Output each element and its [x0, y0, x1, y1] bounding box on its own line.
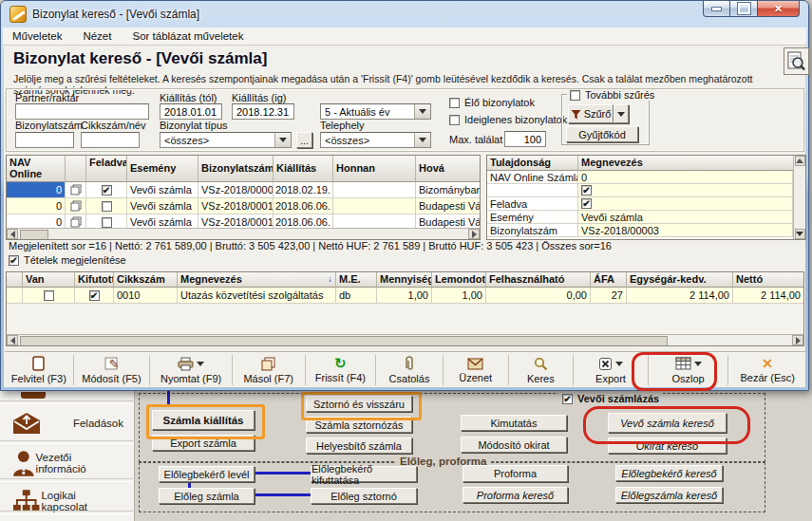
- export-button[interactable]: Export: [574, 352, 648, 388]
- property-grid[interactable]: Tulajdonság Megnevezés NAV Online Számla…: [486, 155, 806, 240]
- results-grid-hscrollbar[interactable]: [7, 228, 480, 239]
- property-grid-vscrollbar[interactable]: [793, 156, 805, 239]
- eloleg-szamla-button[interactable]: Előleg számla: [159, 488, 255, 504]
- doctype-select[interactable]: <összes>: [160, 132, 292, 148]
- scroll-left-button[interactable]: [7, 335, 18, 345]
- szuro-dropdown-button[interactable]: [614, 104, 629, 123]
- oszlop-button[interactable]: Oszlop: [649, 352, 728, 388]
- checkbox[interactable]: ✔: [9, 255, 19, 266]
- sidebar-item-feladasok[interactable]: Feladások: [0, 404, 133, 442]
- checkbox[interactable]: [449, 98, 460, 108]
- live-docs-checkbox[interactable]: Élő bizonylatok: [449, 97, 535, 108]
- scroll-down-button[interactable]: [795, 229, 805, 239]
- col-header-honnan[interactable]: Honnan: [333, 156, 416, 182]
- col-header-hova[interactable]: Hová: [416, 156, 480, 182]
- property-row[interactable]: Bizonylatszám VSz-2018/00003: [487, 224, 805, 237]
- results-grid[interactable]: NAV Online Számla Feladva Esemény Bizony…: [6, 155, 481, 240]
- tetelek-checkbox[interactable]: ✔ Tételek megjelenítése: [9, 254, 126, 266]
- vevoi-szamlazas-checkbox[interactable]: ✔ Vevői számlázás: [558, 391, 663, 406]
- docnum-input[interactable]: [15, 132, 74, 148]
- dropdown-button[interactable]: [414, 133, 430, 147]
- checkbox[interactable]: [44, 290, 54, 301]
- more-filter-checkbox[interactable]: További szűrés: [567, 89, 657, 101]
- col-header-van-forras[interactable]: Van forrás: [23, 272, 75, 288]
- elolegbekero-level-button[interactable]: Előlegbekérő levél: [159, 466, 255, 482]
- cell-feladva[interactable]: [86, 198, 127, 214]
- site-select[interactable]: <összes>: [320, 132, 431, 148]
- sidebar-item-logikai-kapcsolat[interactable]: Logikai kapcsolat: [0, 482, 133, 520]
- elolegbekero-kereso-button[interactable]: Előlegbekérő kereső: [615, 465, 723, 481]
- keres-button[interactable]: Keres: [509, 352, 574, 388]
- elolegszamla-kereso-button[interactable]: Előlegszámla kereső: [615, 487, 723, 503]
- table-row[interactable]: 0 ✔ Vevői számla VSz-2018/00003 2018.02.…: [7, 182, 480, 198]
- szuro-button[interactable]: Szűrő: [568, 104, 614, 123]
- cell-kifutott[interactable]: ✔: [75, 288, 114, 304]
- col-header-felhasznalhato[interactable]: Felhasználható: [486, 272, 591, 288]
- masol-button[interactable]: Másol (F7): [233, 352, 305, 388]
- cell-copy[interactable]: [66, 182, 86, 198]
- property-row[interactable]: Feladva ✔: [487, 197, 805, 211]
- szamla-kiallitas-button[interactable]: Számla kiállítás: [152, 410, 255, 430]
- col-header-kiallitas[interactable]: Kiállítás: [274, 156, 333, 182]
- items-grid[interactable]: Van forrás Kifutott Cikkszám Megnevezés↓…: [6, 271, 804, 346]
- szamla-sztornozas-button[interactable]: Számla sztornózás: [306, 417, 412, 433]
- col-header-netto[interactable]: Nettó összeg: [733, 272, 803, 288]
- checkbox[interactable]: ✔: [581, 185, 592, 195]
- year-select[interactable]: 5 - Aktuális év: [320, 103, 431, 120]
- item-row[interactable]: ✔ 0010 Utazás közvetítési szolgáltatás d…: [7, 288, 803, 304]
- cell-copy[interactable]: [66, 198, 86, 214]
- eloleg-sztorno-button[interactable]: Előleg sztornó: [311, 488, 417, 504]
- kimutatas-button[interactable]: Kimutatás: [461, 415, 567, 431]
- items-grid-hscrollbar[interactable]: [7, 334, 803, 345]
- menu-nezet[interactable]: Nézet: [83, 30, 111, 42]
- col-header-esemeny[interactable]: Esemény: [127, 156, 198, 182]
- checkbox[interactable]: [102, 217, 112, 228]
- col-header-kifutott[interactable]: Kifutott: [75, 272, 114, 288]
- document-search-button[interactable]: [784, 47, 809, 75]
- col-header-selector[interactable]: [7, 272, 23, 288]
- scroll-up-button[interactable]: [795, 156, 805, 166]
- dropdown-button[interactable]: [274, 133, 291, 147]
- felvitel-button[interactable]: Felvitel (F3): [5, 352, 73, 388]
- cell-van-forras[interactable]: [23, 288, 75, 304]
- sztorno-es-visszaru-button[interactable]: Sztornó és visszáru: [306, 396, 412, 412]
- max-hits-input[interactable]: [504, 131, 546, 147]
- table-row[interactable]: 0 Vevői számla VSz-2018/00010 2018.06.06…: [7, 198, 480, 214]
- issued-to-input[interactable]: [232, 103, 294, 120]
- col-header-egysegar[interactable]: Egységár-kedv.: [627, 272, 733, 288]
- vevo-szamla-kereso-button[interactable]: Vevő számla kereső: [608, 413, 727, 433]
- menu-muveletek[interactable]: Műveletek: [12, 30, 62, 42]
- export-szamla-button[interactable]: Export számla: [152, 435, 255, 451]
- checkbox[interactable]: ✔: [581, 198, 592, 209]
- checkbox[interactable]: [102, 201, 112, 212]
- col-header-afa[interactable]: ÁFA %: [591, 272, 627, 288]
- col-header-mennyiseg[interactable]: Mennyiség: [377, 272, 432, 288]
- col-header-nav[interactable]: NAV Online Számla: [7, 156, 66, 182]
- col-header-icon[interactable]: [66, 156, 86, 182]
- nyomtat-button[interactable]: Nyomtat (F9): [150, 352, 232, 388]
- property-row[interactable]: NAV Online Számla 0: [487, 171, 805, 184]
- uzenet-button[interactable]: Üzenet: [444, 352, 508, 388]
- property-row[interactable]: ✔: [487, 184, 805, 197]
- scrollbar-thumb[interactable]: [20, 230, 48, 240]
- proforma-kereso-button[interactable]: Proforma kereső: [463, 487, 568, 503]
- scroll-right-button[interactable]: [792, 335, 803, 345]
- checkbox[interactable]: [449, 115, 460, 125]
- col-header-megnevezes[interactable]: Megnevezés: [578, 156, 805, 171]
- doctype-more-button[interactable]: ...: [296, 132, 312, 148]
- col-header-lemondott[interactable]: Lemondott: [432, 272, 486, 288]
- menu-sor-tablazat-muveletek[interactable]: Sor táblázat műveletek: [132, 30, 243, 42]
- scroll-left-button[interactable]: [7, 229, 18, 239]
- proforma-button[interactable]: Proforma: [463, 465, 568, 482]
- checkbox[interactable]: ✔: [562, 394, 573, 404]
- minimize-button[interactable]: [703, 1, 730, 17]
- scrollbar-thumb[interactable]: [20, 336, 668, 346]
- frissit-button[interactable]: ↻ Frissít (F4): [306, 352, 376, 388]
- col-header-me[interactable]: M.E.: [336, 272, 377, 288]
- col-header-bizonylatszam[interactable]: Bizonylatszám: [198, 156, 274, 182]
- maximize-button[interactable]: [730, 1, 757, 17]
- titlebar[interactable]: Bizonylat kereső - [Vevői számla] ✕: [1, 1, 808, 28]
- elolegbekero-kifuttatasa-button[interactable]: Előlegbekérő kifuttatása: [311, 466, 417, 482]
- col-header-tulajdonsag[interactable]: Tulajdonság: [487, 156, 578, 171]
- okirat-kereso-button[interactable]: Okirat kereső: [608, 437, 727, 454]
